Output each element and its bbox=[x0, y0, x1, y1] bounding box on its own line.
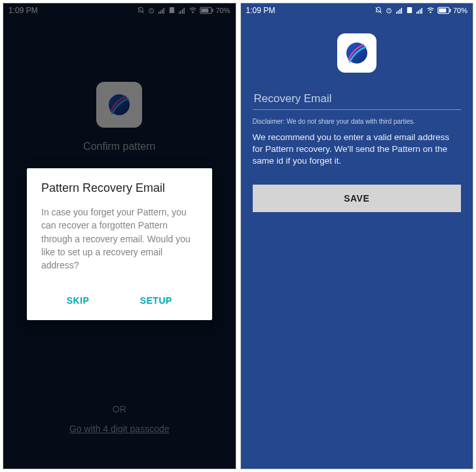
svg-rect-6 bbox=[170, 7, 174, 13]
svg-rect-30 bbox=[450, 9, 451, 12]
status-time: 1:09 PM bbox=[246, 6, 276, 15]
svg-rect-26 bbox=[421, 8, 422, 14]
status-icons: 70% bbox=[375, 6, 467, 14]
dialog-title: Pattern Recovery Email bbox=[41, 181, 198, 195]
skip-button[interactable]: SKIP bbox=[56, 290, 100, 311]
app-icon bbox=[337, 33, 376, 73]
battery-icon bbox=[200, 7, 214, 14]
recommend-text: We recommend you to enter a valid email … bbox=[253, 132, 462, 168]
setup-button[interactable]: SETUP bbox=[130, 290, 183, 311]
svg-rect-24 bbox=[418, 10, 419, 14]
alarm-icon bbox=[385, 7, 393, 14]
svg-point-27 bbox=[430, 12, 431, 13]
battery-percent: 70% bbox=[215, 7, 230, 14]
alarm-icon bbox=[147, 7, 155, 14]
svg-rect-7 bbox=[179, 12, 180, 14]
wifi-icon bbox=[426, 6, 435, 14]
signal2-icon bbox=[416, 7, 424, 14]
dnd-icon bbox=[375, 7, 382, 14]
go-with-passcode-link[interactable]: Go with 4 digit passcode bbox=[69, 424, 170, 434]
confirm-pattern-heading: Confirm pattern bbox=[83, 141, 155, 153]
svg-rect-29 bbox=[439, 8, 446, 12]
status-bar: 1:09 PM 70% bbox=[241, 3, 473, 16]
wifi-icon bbox=[189, 6, 197, 14]
status-time: 1:09 PM bbox=[9, 6, 38, 15]
status-icons: 70% bbox=[137, 6, 230, 14]
status-bar: 1:09 PM 70% bbox=[3, 3, 236, 16]
signal2-icon bbox=[178, 7, 186, 14]
logo-icon bbox=[103, 89, 135, 120]
svg-rect-10 bbox=[184, 8, 185, 14]
svg-rect-23 bbox=[416, 12, 418, 14]
battery-percent: 70% bbox=[453, 7, 467, 14]
sim-icon bbox=[168, 7, 175, 14]
phone-screen-right: 1:09 PM 70% bbox=[240, 3, 474, 469]
signal-icon bbox=[158, 7, 166, 14]
recovery-email-screen: Disclaimer: We do not share your data wi… bbox=[241, 16, 473, 469]
svg-rect-3 bbox=[160, 10, 162, 14]
svg-point-11 bbox=[192, 12, 194, 13]
battery-icon bbox=[437, 7, 452, 14]
dnd-icon bbox=[137, 7, 145, 14]
svg-rect-20 bbox=[399, 9, 401, 14]
phone-screen-left: 1:09 PM 70% bbox=[3, 3, 236, 469]
recovery-email-input[interactable] bbox=[253, 90, 462, 110]
svg-rect-5 bbox=[164, 8, 165, 14]
or-divider: OR bbox=[113, 404, 126, 414]
svg-rect-2 bbox=[158, 12, 160, 14]
logo-icon bbox=[341, 37, 373, 69]
recovery-email-dialog: Pattern Recovery Email In case you forge… bbox=[27, 168, 212, 320]
sim-icon bbox=[406, 7, 413, 14]
svg-rect-4 bbox=[162, 9, 163, 14]
svg-rect-14 bbox=[212, 9, 213, 12]
svg-rect-19 bbox=[397, 10, 399, 14]
signal-icon bbox=[395, 7, 403, 14]
svg-rect-25 bbox=[420, 9, 421, 14]
svg-rect-9 bbox=[182, 9, 183, 14]
svg-rect-13 bbox=[202, 8, 209, 12]
svg-rect-18 bbox=[396, 12, 397, 14]
svg-rect-8 bbox=[181, 10, 182, 14]
svg-rect-21 bbox=[401, 8, 402, 14]
svg-rect-22 bbox=[407, 7, 412, 13]
dialog-body: In case you forget your Pattern, you can… bbox=[41, 206, 198, 272]
disclaimer-text: Disclaimer: We do not share your data wi… bbox=[253, 118, 462, 125]
app-icon bbox=[96, 82, 142, 128]
save-button[interactable]: SAVE bbox=[253, 185, 462, 212]
dialog-actions: SKIP SETUP bbox=[41, 287, 198, 314]
